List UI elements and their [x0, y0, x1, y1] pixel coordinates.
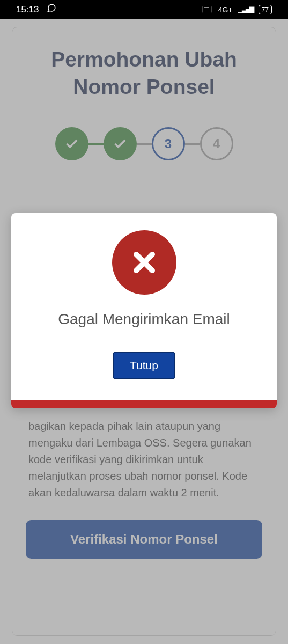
modal-title: Gagal Mengirimkan Email — [58, 310, 230, 329]
status-bar: 15:13 ⦀□⦀ 4G+ ▁▃▅▇ 77 — [0, 0, 288, 19]
status-bar-right: ⦀□⦀ 4G+ ▁▃▅▇ 77 — [200, 5, 272, 14]
signal-icon: ▁▃▅▇ — [238, 6, 253, 13]
modal-footer-bar — [11, 400, 277, 408]
close-button[interactable]: Tutup — [113, 352, 175, 379]
vibrate-icon: ⦀□⦀ — [200, 5, 213, 14]
error-icon — [112, 230, 176, 295]
modal-overlay[interactable]: Gagal Mengirimkan Email Tutup — [0, 19, 288, 644]
x-icon — [128, 246, 160, 279]
error-modal: Gagal Mengirimkan Email Tutup — [11, 213, 277, 408]
network-type: 4G+ — [218, 5, 233, 14]
status-time: 15:13 — [16, 4, 39, 15]
modal-body: Gagal Mengirimkan Email Tutup — [11, 213, 277, 400]
whatsapp-icon — [47, 3, 56, 16]
status-bar-left: 15:13 — [16, 3, 56, 16]
battery-indicator: 77 — [259, 5, 272, 14]
